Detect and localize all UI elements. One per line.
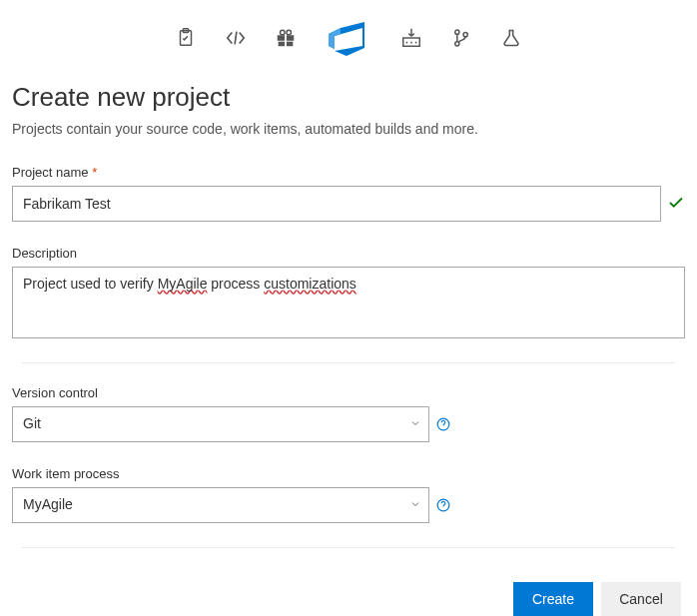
button-row: Create Cancel bbox=[12, 570, 685, 616]
project-name-label: Project name * bbox=[12, 165, 685, 180]
gift-icon bbox=[275, 27, 297, 49]
svg-rect-3 bbox=[287, 35, 294, 41]
clipboard-icon bbox=[175, 27, 197, 49]
help-icon[interactable] bbox=[435, 497, 451, 513]
description-input[interactable]: Project used to verify MyAgile process c… bbox=[12, 267, 685, 338]
svg-rect-5 bbox=[287, 42, 293, 47]
svg-point-9 bbox=[455, 30, 459, 34]
svg-point-7 bbox=[287, 30, 292, 35]
branch-icon bbox=[450, 27, 472, 49]
page-subtitle: Projects contain your source code, work … bbox=[12, 121, 685, 137]
help-icon[interactable] bbox=[435, 416, 451, 432]
svg-point-6 bbox=[281, 30, 286, 35]
desc-word-1: MyAgile bbox=[158, 276, 208, 292]
divider bbox=[22, 547, 675, 548]
svg-point-10 bbox=[455, 42, 459, 46]
service-icons-row bbox=[12, 0, 685, 82]
check-icon bbox=[667, 194, 685, 215]
svg-point-11 bbox=[463, 33, 467, 37]
project-name-field-group: Project name * bbox=[12, 165, 685, 222]
azure-devops-logo-icon bbox=[325, 18, 372, 58]
page-title: Create new project bbox=[12, 82, 685, 113]
work-item-process-select[interactable]: MyAgile bbox=[12, 487, 429, 523]
description-label: Description bbox=[12, 246, 685, 261]
svg-rect-4 bbox=[279, 42, 285, 47]
desc-text-pre: Project used to verify bbox=[23, 276, 158, 292]
version-control-select[interactable]: Git bbox=[12, 406, 429, 442]
divider bbox=[22, 362, 675, 363]
required-mark: * bbox=[92, 165, 97, 180]
description-field-group: Description Project used to verify MyAgi… bbox=[12, 246, 685, 338]
create-button[interactable]: Create bbox=[513, 582, 593, 616]
version-control-field-group: Version control Git bbox=[12, 385, 685, 442]
work-item-process-label: Work item process bbox=[12, 466, 685, 481]
label-text: Project name bbox=[12, 165, 89, 180]
desc-text-mid: process bbox=[207, 276, 264, 292]
svg-rect-2 bbox=[278, 35, 285, 41]
project-name-input[interactable] bbox=[12, 186, 661, 222]
desc-word-2: customizations bbox=[264, 276, 356, 292]
code-icon bbox=[225, 27, 247, 49]
flask-icon bbox=[500, 27, 522, 49]
cancel-button[interactable]: Cancel bbox=[601, 582, 681, 616]
download-box-icon bbox=[400, 27, 422, 49]
work-item-process-field-group: Work item process MyAgile bbox=[12, 466, 685, 523]
version-control-label: Version control bbox=[12, 385, 685, 400]
